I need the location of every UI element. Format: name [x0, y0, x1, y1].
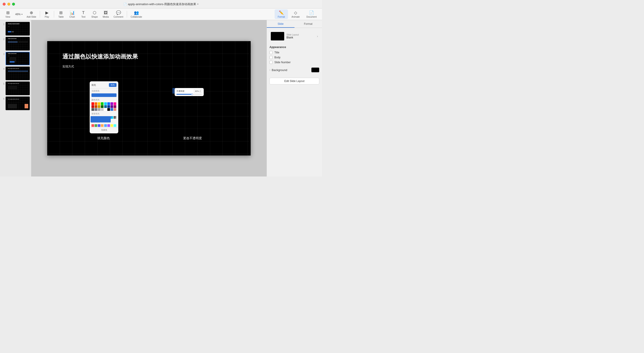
format-button[interactable]: ✏️ Format: [274, 9, 288, 19]
slide-thumbnail-3[interactable]: 通过颜色以快速添加动画效果 实现方式: [6, 52, 30, 65]
opacity-slider-thumb[interactable]: [191, 93, 193, 95]
animate-button[interactable]: ◇ Animate: [288, 9, 303, 19]
tab-slide[interactable]: Slide: [267, 20, 294, 28]
comment-button[interactable]: 💬 Comment: [111, 9, 126, 19]
slide-number-checkbox[interactable]: [270, 61, 272, 64]
slide-thumbnail-2[interactable]: 通过颜色以快速添加动画效果: [6, 37, 30, 50]
slide-thumbnail-4[interactable]: How to apply animation with colors: [6, 67, 30, 80]
edit-slide-layout-button[interactable]: Edit Slide Layout: [270, 78, 319, 84]
window-controls: [3, 3, 15, 5]
body-checkbox-label: Body: [274, 56, 280, 59]
close-button[interactable]: [3, 3, 6, 5]
toolbar-separator: [40, 11, 40, 18]
slide-canvas[interactable]: 通过颜色以快速添加动画效果 实现方式 填充 填充 当前填充 颜色填充: [47, 41, 251, 155]
color-accent[interactable]: [110, 108, 113, 111]
fill-confirm-button[interactable]: 填充: [109, 83, 116, 87]
shape-button[interactable]: ⬡ Shape: [89, 9, 100, 19]
color-gray[interactable]: [92, 108, 94, 111]
color-green[interactable]: [101, 102, 104, 105]
color-dark-orange[interactable]: [94, 105, 97, 108]
format-icon: ✏️: [279, 10, 284, 15]
animate-icon: ◇: [294, 10, 297, 15]
opacity-slider-fill: [176, 94, 192, 95]
color-pink[interactable]: [114, 102, 116, 105]
background-color-swatch[interactable]: [311, 67, 319, 72]
document-button[interactable]: 📄 Document: [303, 9, 320, 19]
opacity-value-box[interactable]: 60% ▲▼: [194, 89, 202, 93]
layout-section: Slide Layout Blank ›: [270, 31, 319, 42]
opacity-popup[interactable]: 不透明度 60% ▲▼: [175, 88, 204, 96]
layout-name-value: Blank: [286, 36, 314, 39]
color-purple[interactable]: [110, 102, 113, 105]
color-teal[interactable]: [104, 105, 107, 108]
gradient-8[interactable]: [114, 116, 116, 119]
add-slide-button[interactable]: ⊕ Add Slide: [24, 9, 38, 19]
titlebar: 📄 apply-animation-with-colors-用颜色快速添加动画效…: [0, 0, 322, 8]
image-fill-grid: [92, 124, 116, 127]
view-icon: ⊞: [6, 10, 10, 15]
slide-thumbnail-6[interactable]: How to apply animation with colors: [6, 96, 30, 110]
color-yellow[interactable]: [98, 102, 100, 105]
color-blue[interactable]: [107, 102, 110, 105]
opacity-label: 更改不透明度: [183, 136, 202, 140]
play-button[interactable]: ▶ Play: [41, 9, 52, 19]
media-button[interactable]: 🖼 Media: [100, 9, 111, 19]
fill-label: 填充颜色: [97, 136, 110, 140]
color-dark-yellow[interactable]: [98, 105, 100, 108]
color-dark-green[interactable]: [101, 105, 104, 108]
opacity-slider[interactable]: [176, 94, 202, 95]
color-dark-red[interactable]: [92, 105, 94, 108]
title-checkbox-row: Title: [270, 51, 319, 54]
background-row[interactable]: › Background: [270, 67, 319, 72]
color-red[interactable]: [92, 102, 94, 105]
slide-thumb-wrap-2[interactable]: 2 通过颜色以快速添加动画效果: [1, 37, 30, 50]
color-dark-pink[interactable]: [114, 105, 116, 108]
layout-preview[interactable]: Slide Layout Blank ›: [270, 31, 319, 42]
canvas-area: 通过颜色以快速添加动画效果 实现方式 填充 填充 当前填充 颜色填充: [31, 20, 266, 176]
tab-format[interactable]: Format: [294, 20, 322, 28]
text-icon: T: [82, 10, 84, 15]
slide-thumbnail-5[interactable]: How to apply animation with colors: [6, 81, 30, 95]
document-icon: 📄: [124, 3, 127, 6]
opacity-stepper[interactable]: ▲▼: [200, 90, 201, 92]
slide-thumb-wrap-4[interactable]: 4 How to apply animation with colors: [1, 67, 30, 80]
no-fill-option[interactable]: 无填充: [90, 128, 118, 132]
appearance-title: Appearance: [270, 45, 319, 49]
body-checkbox[interactable]: [270, 56, 272, 59]
fill-demo-rect[interactable]: [90, 116, 111, 122]
color-orange[interactable]: [94, 102, 97, 105]
view-button[interactable]: ⊞ View: [2, 9, 14, 19]
title-checkbox[interactable]: [270, 51, 272, 54]
slide-thumb-wrap-3[interactable]: 3 通过颜色以快速添加动画效果 实现方式: [1, 52, 30, 65]
color-black[interactable]: [107, 108, 110, 111]
slide-thumbnail-1[interactable]: 通过颜色以快速添加动画效果 实现方式: [6, 22, 30, 35]
zoom-control[interactable]: 46% ▾: [14, 12, 24, 17]
minimize-button[interactable]: [8, 3, 10, 5]
toolbar-separator-3: [127, 11, 127, 18]
slide-thumb-wrap-6[interactable]: 6 How to apply animation with colors: [1, 96, 30, 110]
color-salmon[interactable]: [114, 108, 116, 111]
gradient-7[interactable]: [110, 116, 113, 119]
chart-button[interactable]: 📊 Chart: [67, 9, 78, 19]
color-silver[interactable]: [101, 108, 104, 111]
collaborate-button[interactable]: 👥 Collaborate: [128, 9, 144, 19]
background-label: Background: [272, 68, 287, 72]
color-cyan[interactable]: [104, 102, 107, 105]
text-button[interactable]: T Text: [78, 9, 89, 19]
slide-thumb-wrap-5[interactable]: 5 How to apply animation with colors: [1, 81, 30, 95]
color-white[interactable]: [104, 108, 107, 111]
fill-color-popup[interactable]: 填充 填充 当前填充 颜色填充: [90, 81, 118, 133]
fill-popup-header: 填充 填充: [90, 83, 118, 88]
slide-thumb-wrap-1[interactable]: 1 通过颜色以快速添加动画效果 实现方式: [1, 22, 30, 35]
layout-thumbnail: [271, 32, 284, 40]
color-gray2[interactable]: [94, 108, 97, 111]
color-lightgray[interactable]: [98, 108, 100, 111]
table-button[interactable]: ⊞ Table: [56, 9, 67, 19]
dropdown-arrow-icon[interactable]: ▾: [197, 3, 198, 5]
color-dark-blue[interactable]: [107, 105, 110, 108]
document-icon-toolbar: 📄: [309, 10, 314, 15]
fullscreen-button[interactable]: [12, 3, 15, 5]
color-dark-purple[interactable]: [110, 105, 113, 108]
chart-icon: 📊: [70, 10, 75, 15]
add-slide-icon: ⊕: [30, 10, 33, 15]
